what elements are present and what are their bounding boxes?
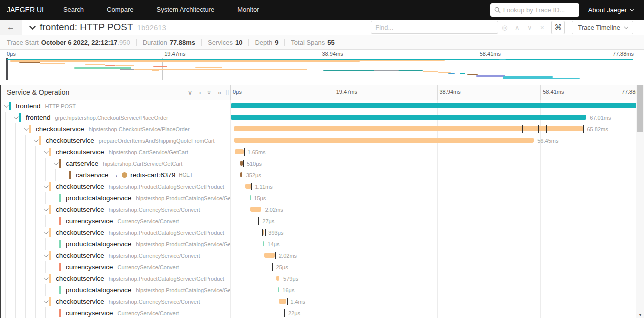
span-bar[interactable] <box>231 115 586 120</box>
row-collapse-caret-icon[interactable] <box>44 184 49 188</box>
span-row-label-cell[interactable]: productcatalogservicehipstershop.Product… <box>1 284 231 296</box>
span-row-label-cell[interactable]: checkoutservicehipstershop.ProductCatalo… <box>1 181 231 192</box>
span-row: checkoutservicehipstershop.CurrencyServi… <box>1 296 644 308</box>
span-bar[interactable] <box>279 299 286 304</box>
span-bar[interactable] <box>231 104 644 108</box>
span-bar[interactable] <box>234 138 534 143</box>
span-bar[interactable] <box>240 161 243 166</box>
nav-item-search[interactable]: Search <box>52 0 95 20</box>
scrollbar-thumb[interactable] <box>637 86 643 132</box>
row-collapse-caret-icon[interactable] <box>34 138 39 142</box>
service-color-chip <box>59 160 61 168</box>
divider <box>201 39 202 46</box>
operation-name: hipstershop.CartService/GetCart <box>103 161 182 167</box>
indent-guide <box>25 146 26 158</box>
back-button[interactable]: ← <box>0 20 22 35</box>
span-bar[interactable] <box>278 288 279 292</box>
span-row-label-cell[interactable]: checkoutservicehipstershop.CurrencyServi… <box>1 296 231 308</box>
next-match-icon[interactable]: ∨ <box>523 24 536 32</box>
span-log-tick <box>275 252 276 260</box>
span-row-label-cell[interactable]: currencyserviceCurrencyService/Convert <box>1 308 231 318</box>
keyboard-shortcuts-button[interactable]: ⌘ <box>551 21 565 34</box>
minimap-span <box>476 76 505 77</box>
span-row-timeline-cell: 1.65ms <box>231 146 644 158</box>
row-collapse-caret-icon[interactable] <box>4 103 9 108</box>
about-jaeger-menu[interactable]: About Jaeger <box>588 6 633 14</box>
row-collapse-caret-icon[interactable] <box>44 252 49 258</box>
indent-guide <box>15 308 16 318</box>
row-collapse-caret-icon[interactable] <box>44 298 49 304</box>
span-row-label-cell[interactable]: checkoutservicehipstershop.CurrencyServi… <box>1 250 231 262</box>
caret-slot <box>42 208 49 212</box>
vertical-scrollbar[interactable]: ▾ <box>636 85 644 318</box>
span-duration-label: 2.02ms <box>265 207 283 213</box>
span-row-label-cell[interactable]: checkoutservicehipstershop.ProductCatalo… <box>1 227 231 238</box>
service-color-chip <box>59 309 61 318</box>
span-log-tick <box>265 229 266 236</box>
span-row-label-cell[interactable]: currencyserviceCurrencyService/Convert <box>1 262 231 273</box>
span-bar[interactable] <box>245 184 251 189</box>
divider <box>136 39 137 46</box>
indent-guide <box>15 170 16 181</box>
span-bar[interactable] <box>250 196 251 200</box>
axis-tick: 38.94ms <box>322 51 343 57</box>
operation-name: HGET <box>179 172 193 178</box>
indent-guide <box>45 284 46 296</box>
span-row-label-cell[interactable]: checkoutserviceprepareOrderItemsAndShipp… <box>1 135 231 146</box>
indent-guide <box>15 204 16 216</box>
row-collapse-caret-icon[interactable] <box>24 126 29 131</box>
nav-item-monitor[interactable]: Monitor <box>226 0 270 20</box>
span-row-label-cell[interactable]: currencyserviceCurrencyService/Convert <box>1 216 231 227</box>
find-input[interactable] <box>371 21 498 34</box>
span-row-label-cell[interactable]: cartservice→redis-cart:6379HGET <box>1 170 231 181</box>
column-resizer-handle[interactable]: || <box>226 90 229 96</box>
collapse-all-icon[interactable]: » <box>206 90 213 94</box>
expand-all-icon[interactable]: » <box>218 90 221 96</box>
prev-match-icon[interactable]: ∧ <box>511 24 523 32</box>
caret-slot <box>22 128 29 131</box>
span-row-label-cell[interactable]: checkoutservicehipstershop.CurrencyServi… <box>1 204 231 216</box>
caret-slot <box>12 116 19 120</box>
span-row-label-cell[interactable]: checkoutservicehipstershop.ProductCatalo… <box>1 273 231 284</box>
span-bar[interactable] <box>263 242 264 246</box>
span-bar[interactable] <box>250 207 261 212</box>
row-collapse-caret-icon[interactable] <box>44 276 49 280</box>
span-bar[interactable] <box>264 253 275 258</box>
trace-view-selector[interactable]: Trace Timeline <box>572 21 633 34</box>
row-collapse-caret-icon[interactable] <box>54 160 59 166</box>
span-bar[interactable] <box>240 172 242 178</box>
span-bar[interactable] <box>276 276 279 281</box>
scroll-down-arrow-icon[interactable]: ▾ <box>636 312 644 318</box>
minimap-span <box>503 78 580 80</box>
indent-guide <box>35 296 36 308</box>
row-collapse-caret-icon[interactable] <box>44 206 49 212</box>
nav-item-system-architecture[interactable]: System Architecture <box>145 0 226 20</box>
row-collapse-caret-icon[interactable] <box>44 149 49 154</box>
minimap-span <box>134 69 307 70</box>
trace-lookup-input[interactable] <box>490 4 579 17</box>
row-collapse-caret-icon[interactable] <box>44 230 49 234</box>
span-row-label-cell[interactable]: frontendHTTP POST <box>1 100 231 112</box>
span-bar[interactable] <box>235 150 244 154</box>
span-log-tick <box>284 310 285 317</box>
jaeger-brand[interactable]: JAEGER UI <box>0 6 52 14</box>
span-row-label-cell[interactable]: checkoutservicehipstershop.CartService/G… <box>1 146 231 158</box>
match-focus-icon[interactable]: ◎ <box>498 24 511 32</box>
row-collapse-caret-icon[interactable] <box>14 114 19 120</box>
span-row-label-cell[interactable]: productcatalogservicehipstershop.Product… <box>1 238 231 250</box>
indent-guide <box>15 124 16 135</box>
minimap-canvas[interactable] <box>5 58 635 80</box>
trace-collapse-caret-icon[interactable] <box>29 24 36 30</box>
timeline-axis: 0μs19.47ms38.94ms58.41ms77.88ms <box>231 85 644 100</box>
span-row-label-cell[interactable]: checkoutservicehipstershop.CheckoutServi… <box>1 124 231 135</box>
span-bar[interactable] <box>234 126 583 132</box>
nav-item-compare[interactable]: Compare <box>95 0 145 20</box>
span-row-label-cell[interactable]: frontendgrpc.hipstershop.CheckoutService… <box>1 112 231 124</box>
minimap-span <box>10 62 360 62</box>
expand-one-icon[interactable]: › <box>199 90 201 96</box>
collapse-one-icon[interactable]: ∨ <box>188 90 193 96</box>
minimap-scrub-handle[interactable] <box>6 58 8 80</box>
span-row-label-cell[interactable]: cartservicehipstershop.CartService/GetCa… <box>1 158 231 170</box>
clear-find-icon[interactable]: × <box>536 24 548 32</box>
span-row-label-cell[interactable]: productcatalogservicehipstershop.Product… <box>1 192 231 204</box>
